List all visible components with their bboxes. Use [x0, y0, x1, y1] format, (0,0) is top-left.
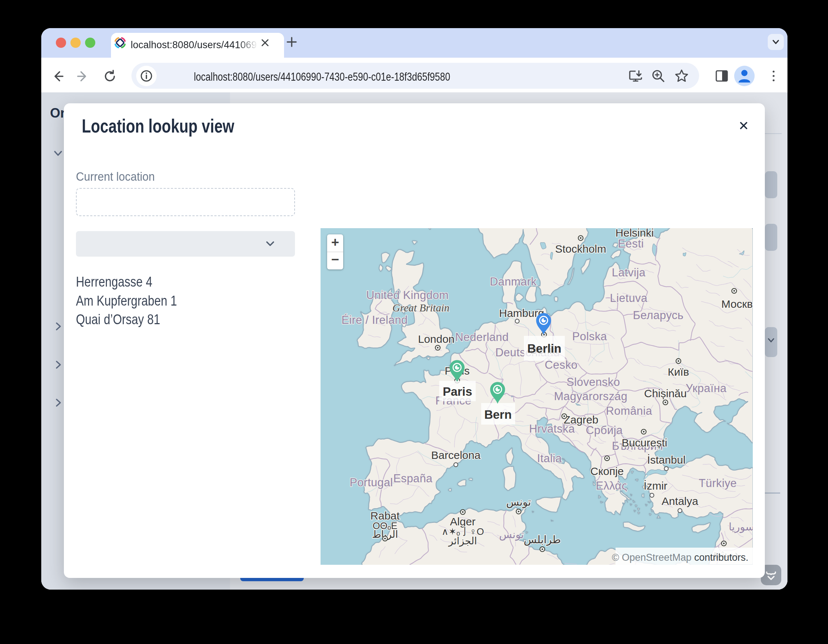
svg-text:Bern: Bern — [484, 408, 511, 421]
svg-text:Berlin: Berlin — [527, 342, 561, 355]
svg-text:Paris: Paris — [443, 385, 472, 398]
